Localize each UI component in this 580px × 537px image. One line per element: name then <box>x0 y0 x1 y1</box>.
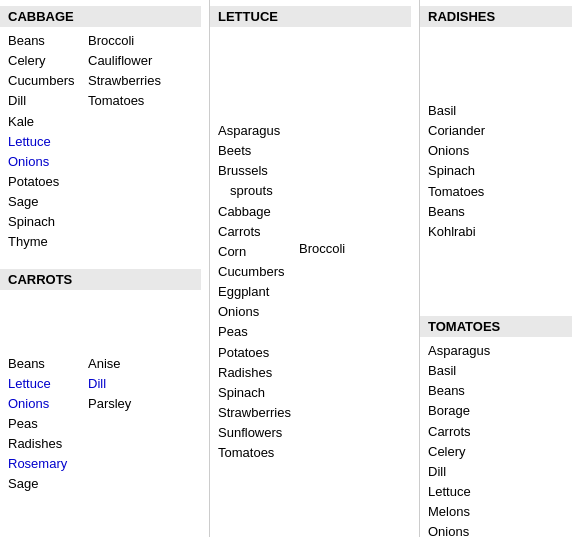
list-item: Tomatoes <box>218 443 291 463</box>
list-item: Asparagus <box>218 121 291 141</box>
column-1: CABBAGE Beans Celery Cucumbers Dill Kale… <box>0 0 210 537</box>
lettuce-companions: Asparagus Beets Brussels sprouts Cabbage… <box>218 121 403 463</box>
list-item: Potatoes <box>8 172 80 192</box>
list-item: Asparagus <box>428 341 500 361</box>
list-item: Kale <box>8 112 80 132</box>
list-item: Celery <box>428 442 500 462</box>
list-item: Anise <box>88 354 160 374</box>
list-item: Melons <box>428 502 500 522</box>
list-item: Beans <box>428 381 500 401</box>
column-2: LETTUCE Asparagus Beets Brussels sprouts… <box>210 0 420 537</box>
cabbage-companions: Beans Celery Cucumbers Dill Kale Lettuce… <box>8 31 193 253</box>
list-item: Lettuce <box>428 482 500 502</box>
list-item: Radishes <box>218 363 291 383</box>
list-item: Brussels <box>218 161 291 181</box>
column-3: RADISHES Basil Coriander Onions Spinach … <box>420 0 580 537</box>
lettuce-section: LETTUCE Asparagus Beets Brussels sprouts… <box>210 0 411 471</box>
list-item: Sunflowers <box>218 423 291 443</box>
cabbage-col2: Broccoli Cauliflower Strawberries Tomato… <box>88 31 169 253</box>
list-item: Sage <box>8 192 80 212</box>
list-item: Thyme <box>8 232 80 252</box>
carrots-title: CARROTS <box>0 269 201 290</box>
list-item-link[interactable]: Onions <box>8 152 80 172</box>
list-item: Onions <box>428 522 500 537</box>
list-item: Eggplant <box>218 282 291 302</box>
list-item: Onions <box>218 302 291 322</box>
cabbage-col1: Beans Celery Cucumbers Dill Kale Lettuce… <box>8 31 88 253</box>
carrots-section: CARROTS Beans Lettuce Onions Peas Radish… <box>0 263 201 503</box>
list-item: Basil <box>428 101 500 121</box>
list-item: Sage <box>8 474 80 494</box>
list-item: Peas <box>8 414 80 434</box>
list-item: Radishes <box>8 434 80 454</box>
tomatoes-companions: Asparagus Basil Beans Borage Carrots Cel… <box>428 341 564 537</box>
radishes-companions: Basil Coriander Onions Spinach Tomatoes … <box>428 101 564 242</box>
radishes-section: RADISHES Basil Coriander Onions Spinach … <box>420 0 572 250</box>
list-item-link[interactable]: Onions <box>8 394 80 414</box>
list-item: Tomatoes <box>88 91 161 111</box>
radishes-title: RADISHES <box>420 6 572 27</box>
list-item: Spinach <box>218 383 291 403</box>
list-item: Kohlrabi <box>428 222 500 242</box>
list-item-link[interactable]: Lettuce <box>8 132 80 152</box>
list-item-link[interactable]: Rosemary <box>8 454 80 474</box>
cabbage-title: CABBAGE <box>0 6 201 27</box>
tomatoes-title: TOMATOES <box>420 316 572 337</box>
lettuce-title: LETTUCE <box>210 6 411 27</box>
list-item: Peas <box>218 322 291 342</box>
list-item: Broccoli <box>299 239 371 259</box>
list-item: Cabbage <box>218 202 291 222</box>
list-item: Potatoes <box>218 343 291 363</box>
list-item: Broccoli <box>88 31 161 51</box>
list-item: Beans <box>8 354 80 374</box>
main-grid: CABBAGE Beans Celery Cucumbers Dill Kale… <box>0 0 580 537</box>
list-item: Strawberries <box>88 71 161 91</box>
list-item: Beans <box>428 202 500 222</box>
carrots-col1: Beans Lettuce Onions Peas Radishes Rosem… <box>8 354 88 495</box>
list-item: Basil <box>428 361 500 381</box>
list-item: Spinach <box>8 212 80 232</box>
radishes-col1: Basil Coriander Onions Spinach Tomatoes <box>428 101 508 202</box>
list-item: Coriander <box>428 121 500 141</box>
list-item: Carrots <box>218 222 291 242</box>
list-item: Corn <box>218 242 291 262</box>
list-item: Dill <box>428 462 500 482</box>
list-item: Tomatoes <box>428 182 500 202</box>
list-item-link[interactable]: Dill <box>88 374 160 394</box>
list-item: Spinach <box>428 161 500 181</box>
lettuce-col1: Asparagus Beets Brussels sprouts Cabbage… <box>218 121 299 463</box>
radishes-col2: Beans Kohlrabi <box>428 202 508 242</box>
list-item: Cucumbers <box>218 262 291 282</box>
carrots-companions: Beans Lettuce Onions Peas Radishes Rosem… <box>8 354 193 495</box>
tomatoes-section: TOMATOES Asparagus Basil Beans Borage Ca… <box>420 310 572 537</box>
list-item: Parsley <box>88 394 160 414</box>
list-item: Cauliflower <box>88 51 161 71</box>
list-item: Celery <box>8 51 80 71</box>
carrots-col2: Anise Dill Parsley <box>88 354 168 495</box>
list-item: Cucumbers <box>8 71 80 91</box>
list-item: Beets <box>218 141 291 161</box>
list-item-link[interactable]: Lettuce <box>8 374 80 394</box>
lettuce-col2: Broccoli <box>299 121 379 463</box>
cabbage-section: CABBAGE Beans Celery Cucumbers Dill Kale… <box>0 0 201 261</box>
list-item: Onions <box>428 141 500 161</box>
list-item: Beans <box>8 31 80 51</box>
list-item: Borage <box>428 401 500 421</box>
list-item: Dill <box>8 91 80 111</box>
list-item: Strawberries <box>218 403 291 423</box>
list-item: sprouts <box>218 181 291 201</box>
list-item: Carrots <box>428 422 500 442</box>
tomatoes-col1: Asparagus Basil Beans Borage Carrots Cel… <box>428 341 508 537</box>
